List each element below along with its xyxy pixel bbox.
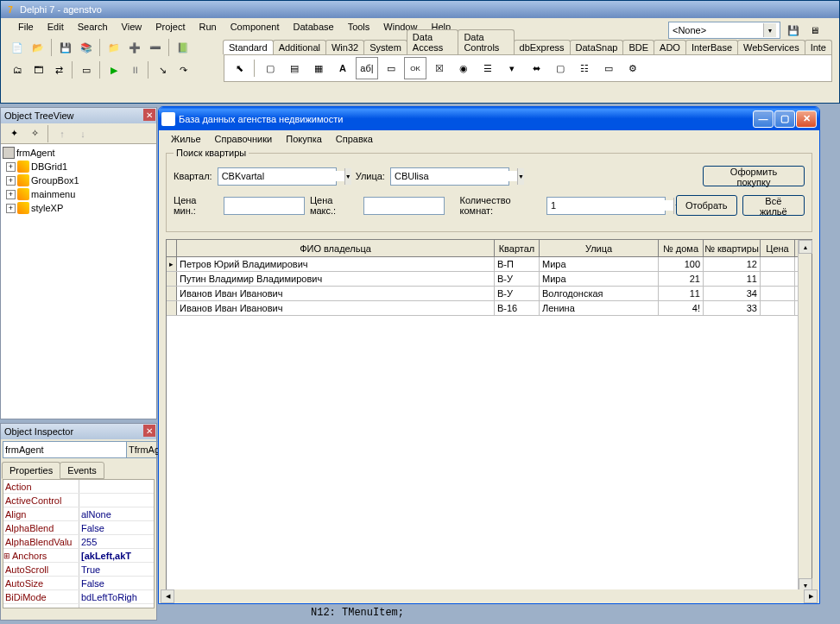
- palette-tab-system[interactable]: System: [363, 40, 407, 54]
- button-icon[interactable]: OK: [404, 57, 426, 79]
- property-row[interactable]: AlignalNone: [3, 507, 154, 521]
- menu-run[interactable]: Run: [192, 20, 223, 34]
- checkbox-icon[interactable]: ☒: [428, 57, 451, 79]
- property-row[interactable]: BorderIcons[biSystemMen: [3, 604, 154, 608]
- palette-tab-webservices[interactable]: WebServices: [737, 40, 805, 54]
- rooms-input[interactable]: [547, 200, 673, 211]
- expand-icon[interactable]: +: [6, 190, 16, 199]
- maximize-button[interactable]: ▢: [774, 110, 795, 128]
- palette-tab-data-controls[interactable]: Data Controls: [458, 29, 514, 54]
- close-icon[interactable]: ✕: [143, 109, 155, 121]
- col-kvartira[interactable]: № квартиры: [704, 240, 761, 256]
- price-min-input[interactable]: [224, 197, 305, 215]
- property-row[interactable]: AlphaBlendFalse: [3, 521, 154, 535]
- menu-view[interactable]: View: [115, 20, 149, 34]
- up-icon[interactable]: ↑: [53, 124, 72, 143]
- filter-button[interactable]: Отобрать: [676, 195, 737, 216]
- remove-file-icon[interactable]: ➖: [146, 38, 165, 57]
- mainmenu-icon[interactable]: ▤: [283, 57, 306, 79]
- menu-database[interactable]: Database: [287, 20, 341, 34]
- tree-delete-icon[interactable]: ✧: [25, 124, 44, 143]
- prop-value[interactable]: False: [79, 577, 154, 589]
- close-icon[interactable]: ✕: [143, 425, 155, 437]
- ulica-combo[interactable]: ▼: [390, 167, 509, 186]
- palette-tab-dbexpress[interactable]: dbExpress: [514, 40, 571, 54]
- memo-icon[interactable]: ▭: [380, 57, 402, 79]
- table-row[interactable]: ▸Петров Юрий ВладимировичВ-ПМира10012: [167, 257, 812, 272]
- app-menu-item[interactable]: Покупка: [279, 132, 329, 146]
- scroll-right-icon[interactable]: ▶: [804, 589, 818, 603]
- help-icon[interactable]: 📗: [174, 38, 193, 57]
- palette-tab-additional[interactable]: Additional: [273, 40, 326, 54]
- inspector-object-combo[interactable]: TfrmAgent ▼: [3, 441, 155, 458]
- col-fio[interactable]: ФИО владельца: [177, 240, 495, 256]
- data-grid[interactable]: ФИО владельца Квартал Улица № дома № ква…: [166, 239, 812, 593]
- all-button[interactable]: Всё жильё: [742, 195, 805, 216]
- down-icon[interactable]: ↓: [73, 124, 92, 143]
- menu-edit[interactable]: Edit: [41, 20, 71, 34]
- col-ulica[interactable]: Улица: [540, 240, 659, 256]
- kvartal-combo[interactable]: ▼: [218, 167, 337, 186]
- close-button[interactable]: ✕: [796, 110, 817, 128]
- col-cena[interactable]: Цена: [761, 240, 795, 256]
- palette-tab-bde[interactable]: BDE: [622, 40, 654, 54]
- property-row[interactable]: Action: [3, 480, 154, 494]
- property-row[interactable]: AlphaBlendValu255: [3, 535, 154, 549]
- buy-button[interactable]: Оформить покупку: [703, 166, 805, 186]
- groupbox-icon[interactable]: ▢: [549, 57, 572, 79]
- open-icon[interactable]: 📂: [28, 38, 47, 57]
- menu-project[interactable]: Project: [148, 20, 192, 34]
- table-row[interactable]: Иванов Иван ИвановичВ-УВолгодонская1134: [167, 287, 812, 301]
- expand-icon[interactable]: +: [6, 176, 16, 186]
- app-titlebar[interactable]: База данных агенства недвижимости — ▢ ✕: [159, 107, 819, 130]
- run-icon[interactable]: ▶: [104, 60, 123, 79]
- app-menu-item[interactable]: Справочники: [208, 132, 280, 146]
- horizontal-scrollbar[interactable]: ◀ ▶: [161, 589, 818, 603]
- palette-tab-win32[interactable]: Win32: [325, 40, 364, 54]
- price-max-input[interactable]: [363, 197, 445, 215]
- save-desktop-icon[interactable]: 💾: [786, 22, 801, 38]
- palette-tab-interbase[interactable]: InterBase: [685, 40, 738, 54]
- tab-properties[interactable]: Properties: [2, 462, 60, 479]
- prop-value[interactable]: bdLeftToRigh: [79, 590, 154, 603]
- property-row[interactable]: Anchors[akLeft,akT: [3, 549, 154, 563]
- palette-tab-standard[interactable]: Standard: [223, 40, 274, 54]
- col-kvartal[interactable]: Квартал: [495, 240, 540, 256]
- app-menu-item[interactable]: Жилье: [164, 132, 208, 146]
- panel-icon[interactable]: ▭: [597, 57, 620, 79]
- palette-tab-ado[interactable]: ADO: [654, 40, 686, 54]
- palette-tab-datasnap[interactable]: DataSnap: [570, 40, 624, 54]
- kvartal-input[interactable]: [218, 171, 344, 181]
- tree-item[interactable]: +DBGrid1: [6, 160, 155, 173]
- tree-root[interactable]: frmAgent: [3, 146, 155, 160]
- prop-value[interactable]: True: [79, 563, 154, 576]
- desktop-icon[interactable]: 🖥: [806, 22, 822, 38]
- pause-icon[interactable]: ⏸: [125, 60, 144, 79]
- prop-value[interactable]: alNone: [79, 507, 154, 520]
- tree-item[interactable]: +GroupBox1: [6, 173, 155, 187]
- radiobutton-icon[interactable]: ◉: [452, 57, 475, 79]
- view-unit-icon[interactable]: 🗂: [8, 60, 27, 79]
- trace-into-icon[interactable]: ↘: [153, 60, 172, 79]
- prop-value[interactable]: False: [79, 521, 154, 534]
- expand-icon[interactable]: +: [6, 162, 16, 172]
- ulica-input[interactable]: [391, 171, 517, 181]
- toggle-icon[interactable]: ⇄: [49, 60, 68, 79]
- scroll-left-icon[interactable]: ◀: [161, 589, 174, 603]
- menu-component[interactable]: Component: [224, 20, 287, 34]
- scroll-up-icon[interactable]: ▲: [799, 240, 812, 254]
- minimize-button[interactable]: —: [753, 110, 774, 128]
- vertical-scrollbar[interactable]: ▲ ▼: [798, 240, 812, 592]
- listbox-icon[interactable]: ☰: [477, 57, 499, 79]
- prop-value[interactable]: [79, 480, 154, 493]
- cursor-icon[interactable]: ⬉: [228, 57, 250, 79]
- combobox-icon[interactable]: ▾: [501, 57, 523, 79]
- rooms-combo[interactable]: ▼: [546, 197, 666, 215]
- inspector-object-name[interactable]: [3, 441, 127, 458]
- menu-tools[interactable]: Tools: [341, 20, 377, 34]
- radiogroup-icon[interactable]: ☷: [573, 57, 596, 79]
- app-menu-item[interactable]: Справка: [329, 132, 380, 146]
- table-row[interactable]: Путин Владимир ВладимировичВ-УМира2111: [167, 272, 812, 287]
- tab-events[interactable]: Events: [60, 462, 104, 479]
- prop-value[interactable]: [akLeft,akT: [79, 549, 154, 562]
